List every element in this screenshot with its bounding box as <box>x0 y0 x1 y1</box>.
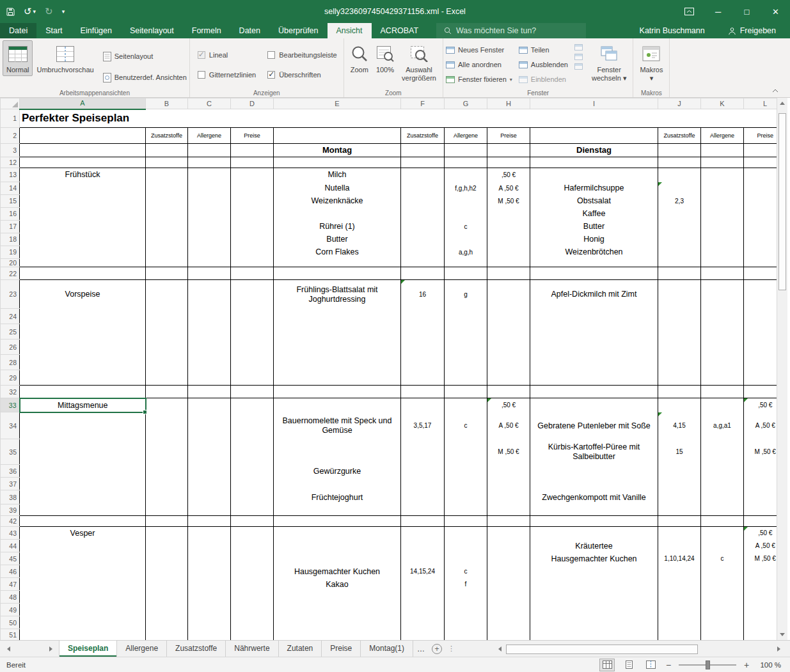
cell-I25[interactable] <box>530 324 658 340</box>
cell-B16[interactable] <box>146 208 188 221</box>
cell-H14[interactable]: A ,50 € <box>487 182 530 195</box>
cell-B12[interactable] <box>146 157 188 168</box>
cell-E39[interactable] <box>274 504 401 516</box>
cell-B45[interactable] <box>146 552 188 565</box>
cell-F46[interactable]: 14,15,24 <box>401 565 445 578</box>
row-header-23[interactable]: 23 <box>1 280 20 309</box>
cell-B38[interactable] <box>146 490 188 504</box>
cell-C29[interactable] <box>188 370 231 386</box>
cell-B50[interactable] <box>146 616 188 629</box>
cell-F38[interactable] <box>401 490 445 504</box>
cell-C26[interactable] <box>188 340 231 355</box>
row-header-44[interactable]: 44 <box>1 540 20 552</box>
cell-E42[interactable] <box>274 516 401 527</box>
cell-D2[interactable]: Preise <box>231 128 274 144</box>
cell-B24[interactable] <box>146 309 188 324</box>
cell-B32[interactable] <box>146 386 188 398</box>
cell-K3[interactable] <box>701 144 744 157</box>
cell-C47[interactable] <box>188 578 231 591</box>
cell-J19[interactable] <box>658 246 701 259</box>
cell-F18[interactable] <box>401 233 445 246</box>
cell-C16[interactable] <box>188 208 231 221</box>
cell-F28[interactable] <box>401 355 445 370</box>
cell-H45[interactable] <box>487 552 530 565</box>
tab-formeln[interactable]: Formeln <box>183 23 230 38</box>
cell-H22[interactable] <box>487 267 530 280</box>
cell-F32[interactable] <box>401 386 445 398</box>
cell-I51[interactable] <box>530 629 658 640</box>
cell-A42[interactable] <box>20 516 146 527</box>
cell-J20[interactable] <box>658 259 701 267</box>
new-window-button[interactable]: Neues Fenster <box>446 43 512 56</box>
cell-B2[interactable]: Zusatzstoffe <box>146 128 188 144</box>
cell-D12[interactable] <box>231 157 274 168</box>
cell-A45[interactable] <box>20 552 146 565</box>
cell-K22[interactable] <box>701 267 744 280</box>
cell-F14[interactable] <box>401 182 445 195</box>
cell-K26[interactable] <box>701 340 744 355</box>
cell-F47[interactable] <box>401 578 445 591</box>
cell-A35[interactable] <box>20 439 146 465</box>
cell-E49[interactable] <box>274 604 401 616</box>
cell-F13[interactable] <box>401 168 445 182</box>
cell-D33[interactable] <box>231 398 274 412</box>
cell-A14[interactable] <box>20 182 146 195</box>
cell-J49[interactable] <box>658 604 701 616</box>
sheet-tab-zusatzstoffe[interactable]: Zusatzstoffe <box>167 641 226 657</box>
cell-K23[interactable] <box>701 280 744 309</box>
cell-D24[interactable] <box>231 309 274 324</box>
cell-I26[interactable] <box>530 340 658 355</box>
cell-B43[interactable] <box>146 527 188 540</box>
row-header-25[interactable]: 25 <box>1 324 20 340</box>
user-name[interactable]: Katrin Buschmann <box>640 26 705 35</box>
cell-J18[interactable] <box>658 233 701 246</box>
cell-I34[interactable]: Gebratene Putenleber mit Soße <box>530 412 658 439</box>
cell-E34[interactable]: Bauernomelette mit Speck und Gemüse <box>274 412 401 439</box>
cell-G25[interactable] <box>445 324 487 340</box>
cell-G50[interactable] <box>445 616 487 629</box>
cell-I17[interactable]: Butter <box>530 221 658 233</box>
cell-B36[interactable] <box>146 465 188 478</box>
cell-B47[interactable] <box>146 578 188 591</box>
cell-I2[interactable] <box>530 128 658 144</box>
row-header-45[interactable]: 45 <box>1 552 20 565</box>
cell-J22[interactable] <box>658 267 701 280</box>
cell-D38[interactable] <box>231 490 274 504</box>
cell-C51[interactable] <box>188 629 231 640</box>
cell-B3[interactable] <box>146 144 188 157</box>
cell-B34[interactable] <box>146 412 188 439</box>
scroll-up-button[interactable] <box>777 98 787 109</box>
cell-F29[interactable] <box>401 370 445 386</box>
cell-C34[interactable] <box>188 412 231 439</box>
row-header-34[interactable]: 34 <box>1 412 20 439</box>
cell-I36[interactable] <box>530 465 658 478</box>
sheet-tab-allergene[interactable]: Allergene <box>117 641 167 657</box>
zoom-button[interactable]: Zoom <box>347 40 372 76</box>
horizontal-scroll-track[interactable] <box>505 645 773 654</box>
cell-G39[interactable] <box>445 504 487 516</box>
cell-K25[interactable] <box>701 324 744 340</box>
cell-G1[interactable] <box>445 109 487 128</box>
cell-J45[interactable]: 1,10,14,24 <box>658 552 701 565</box>
cell-I16[interactable]: Kaffee <box>530 208 658 221</box>
cell-H46[interactable] <box>487 565 530 578</box>
cell-D46[interactable] <box>231 565 274 578</box>
cell-H2[interactable]: Preise <box>487 128 530 144</box>
column-header-K[interactable]: K <box>701 98 744 109</box>
cell-E36[interactable]: Gewürzgurke <box>274 465 401 478</box>
cell-H35[interactable]: M ,50 € <box>487 439 530 465</box>
row-header-47[interactable]: 47 <box>1 578 20 591</box>
column-header-J[interactable]: J <box>658 98 701 109</box>
cell-C17[interactable] <box>188 221 231 233</box>
cell-D13[interactable] <box>231 168 274 182</box>
cell-A23[interactable]: Vorspeise <box>20 280 146 309</box>
column-header-I[interactable]: I <box>530 98 658 109</box>
cell-D49[interactable] <box>231 604 274 616</box>
tab-ueberpruefen[interactable]: Überprüfen <box>269 23 328 38</box>
cell-J1[interactable] <box>658 109 701 128</box>
cell-G45[interactable] <box>445 552 487 565</box>
cell-E12[interactable] <box>274 157 401 168</box>
cell-C43[interactable] <box>188 527 231 540</box>
undo-button[interactable]: ↺▾ <box>24 6 36 17</box>
horizontal-scroll-thumb[interactable] <box>506 645 698 654</box>
